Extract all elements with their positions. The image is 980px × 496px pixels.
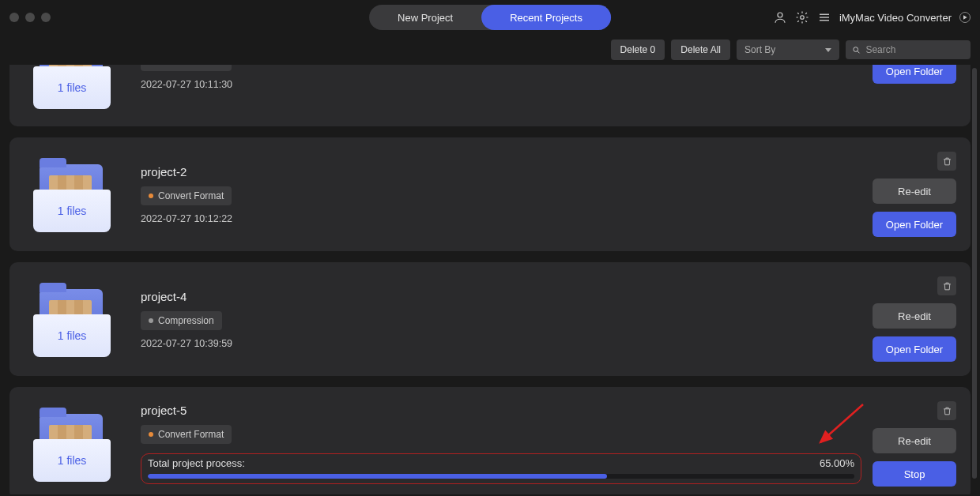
scrollbar[interactable]	[972, 68, 977, 479]
folder-icon: 1 files	[28, 161, 115, 232]
titlebar: New Project Recent Projects iMyMac Video…	[0, 0, 980, 35]
folder-file-count: 1 files	[33, 314, 111, 357]
folder-file-count: 1 files	[33, 66, 111, 109]
project-tag: Convert Format	[141, 425, 232, 444]
tag-label: Convert Format	[158, 65, 224, 67]
trash-icon	[942, 281, 952, 291]
project-tag: Compression	[141, 311, 222, 330]
svg-point-1	[801, 16, 805, 20]
project-card: 1 files project-2 Convert Format 2022-07…	[9, 137, 971, 251]
tab-new-project[interactable]: New Project	[369, 5, 481, 30]
header-right: iMyMac Video Converter	[773, 10, 971, 24]
settings-icon[interactable]	[795, 10, 809, 24]
account-icon[interactable]	[773, 10, 787, 24]
menu-icon[interactable]	[817, 10, 831, 24]
minimize-window-icon[interactable]	[25, 13, 35, 22]
project-tag: Convert Format	[141, 65, 232, 71]
app-badge-icon[interactable]	[959, 12, 971, 23]
trash-icon	[942, 406, 952, 416]
delete-all-button[interactable]: Delete All	[671, 39, 730, 60]
reedit-button[interactable]: Re-edit	[873, 428, 956, 453]
chevron-down-icon	[825, 48, 831, 52]
svg-point-0	[778, 13, 782, 17]
svg-point-6	[854, 47, 858, 51]
open-folder-button[interactable]: Open Folder	[873, 212, 956, 237]
project-timestamp: 2022-07-27 10:12:22	[141, 213, 861, 224]
project-name: project-5	[141, 404, 861, 417]
progress-percent: 65.00%	[820, 457, 854, 469]
sort-by-dropdown[interactable]: Sort By	[737, 39, 839, 60]
project-card: 1 files project-4 Compression 2022-07-27…	[9, 262, 971, 376]
sort-by-label: Sort By	[744, 44, 775, 55]
toolbar: Delete 0 Delete All Sort By	[0, 35, 980, 65]
folder-file-count: 1 files	[33, 190, 111, 232]
project-name: project-2	[141, 165, 861, 178]
card-body: project-5 Convert Format Total project p…	[141, 404, 861, 484]
tab-recent-projects[interactable]: Recent Projects	[481, 5, 611, 30]
reedit-button[interactable]: Re-edit	[873, 178, 956, 204]
tag-dot-icon	[149, 194, 153, 198]
project-name: project-4	[141, 290, 861, 303]
project-timestamp: 2022-07-27 10:39:59	[141, 338, 861, 349]
search-icon	[852, 45, 861, 55]
open-folder-button[interactable]: Open Folder	[873, 336, 956, 362]
window-controls	[9, 13, 51, 22]
app-title: iMyMac Video Converter	[839, 12, 952, 24]
delete-project-button[interactable]	[937, 152, 956, 171]
delete-project-button[interactable]	[937, 401, 956, 420]
card-actions: Re-edit Open Folder	[861, 276, 956, 362]
stop-button[interactable]: Stop	[873, 461, 956, 487]
project-timestamp: 2022-07-27 10:11:30	[141, 79, 861, 90]
search-input[interactable]	[865, 44, 964, 55]
card-actions: Open Folder	[861, 65, 956, 84]
svg-line-7	[858, 51, 859, 52]
card-actions: Re-edit Open Folder	[861, 152, 956, 237]
close-window-icon[interactable]	[9, 13, 19, 22]
tag-label: Convert Format	[158, 429, 224, 440]
project-tag: Convert Format	[141, 186, 232, 205]
open-folder-button[interactable]: Open Folder	[873, 65, 956, 84]
folder-file-count: 1 files	[33, 439, 111, 482]
progress-fill	[148, 474, 607, 479]
folder-icon: 1 files	[28, 411, 115, 482]
svg-marker-5	[963, 15, 967, 19]
card-body: project-2 Convert Format 2022-07-27 10:1…	[141, 165, 861, 224]
card-body: project-4 Compression 2022-07-27 10:39:5…	[141, 290, 861, 349]
progress-annotation-box: Total project process: 65.00%	[141, 453, 861, 484]
card-actions: Re-edit Stop	[861, 401, 956, 487]
delete-selected-button[interactable]: Delete 0	[611, 39, 665, 60]
search-field[interactable]	[846, 40, 971, 59]
delete-project-button[interactable]	[937, 276, 956, 295]
project-card: 1 files Convert Format 2022-07-27 10:11:…	[9, 65, 971, 126]
project-card: 1 files project-5 Convert Format Total p…	[9, 387, 971, 494]
tag-dot-icon	[149, 318, 153, 323]
progress-bar	[148, 474, 854, 479]
trash-icon	[942, 156, 952, 167]
folder-icon: 1 files	[28, 286, 115, 357]
progress-header: Total project process: 65.00%	[148, 457, 854, 469]
main-tab-switch: New Project Recent Projects	[369, 5, 611, 30]
folder-icon: 1 files	[28, 65, 115, 109]
progress-label: Total project process:	[148, 457, 245, 469]
maximize-window-icon[interactable]	[41, 13, 51, 22]
project-list: 1 files Convert Format 2022-07-27 10:11:…	[0, 65, 980, 494]
reedit-button[interactable]: Re-edit	[873, 303, 956, 329]
tag-label: Compression	[158, 315, 214, 326]
tag-label: Convert Format	[158, 190, 224, 201]
tag-dot-icon	[149, 432, 153, 437]
card-body: Convert Format 2022-07-27 10:11:30	[141, 65, 861, 90]
